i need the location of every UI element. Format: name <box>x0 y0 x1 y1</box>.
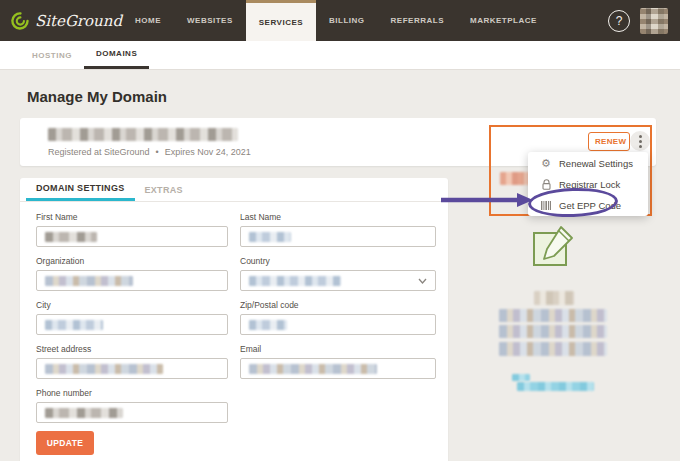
zip-input[interactable] <box>240 314 436 335</box>
annotation-arrow <box>441 191 533 209</box>
field-zip: Zip/Postal code <box>240 300 436 335</box>
redacted-value <box>249 320 287 330</box>
phone-number-input[interactable] <box>36 402 228 423</box>
secondary-navigation: HOSTING DOMAINS <box>0 41 680 70</box>
field-street-address: Street address <box>36 344 228 379</box>
top-navigation: SiteGround HOME WEBSITES SERVICES BILLIN… <box>0 0 680 41</box>
menu-item-registrar-lock[interactable]: Registrar Lock <box>528 174 648 195</box>
tab-extras[interactable]: EXTRAS <box>135 178 193 201</box>
menu-item-renewal-settings[interactable]: ⚙ Renewal Settings <box>528 153 648 174</box>
domain-settings-card: DOMAIN SETTINGS EXTRAS First Name Last N… <box>20 178 448 461</box>
meta-separator: • <box>156 147 159 157</box>
lock-icon <box>540 179 552 190</box>
city-input[interactable] <box>36 314 228 335</box>
field-label: Zip/Postal code <box>240 300 436 310</box>
redacted-value <box>45 364 163 374</box>
siteground-logo[interactable]: SiteGround <box>0 0 122 41</box>
tab-hosting[interactable]: HOSTING <box>20 41 84 69</box>
redacted-text <box>534 291 574 305</box>
gear-icon: ⚙ <box>540 158 552 169</box>
chevron-down-icon <box>418 278 427 284</box>
form-tabs: DOMAIN SETTINGS EXTRAS <box>26 178 193 201</box>
update-button[interactable]: UPDATE <box>36 431 94 455</box>
field-label: First Name <box>36 212 228 222</box>
redacted-value <box>45 276 133 286</box>
redacted-link <box>517 382 594 391</box>
barcode-icon <box>540 201 552 210</box>
redacted-text <box>499 342 607 356</box>
expires-text: Expires Nov 24, 2021 <box>165 147 251 157</box>
nav-item-referrals[interactable]: REFERRALS <box>378 0 457 41</box>
nav-item-home[interactable]: HOME <box>122 0 174 41</box>
field-label: Last Name <box>240 212 436 222</box>
nav-item-websites[interactable]: WEBSITES <box>174 0 246 41</box>
redacted-text <box>499 325 607 338</box>
field-label: Street address <box>36 344 228 354</box>
menu-item-label: Get EPP Code <box>559 200 621 211</box>
field-label: City <box>36 300 228 310</box>
tab-domains[interactable]: DOMAINS <box>84 41 149 69</box>
redacted-value <box>249 364 377 374</box>
field-last-name: Last Name <box>240 212 436 247</box>
field-label: Phone number <box>36 388 228 398</box>
redacted-value <box>45 320 103 330</box>
field-organization: Organization <box>36 256 228 291</box>
menu-item-get-epp-code[interactable]: Get EPP Code <box>528 195 648 216</box>
siteground-app: SiteGround HOME WEBSITES SERVICES BILLIN… <box>0 0 680 461</box>
field-city: City <box>36 300 228 335</box>
field-label: Organization <box>36 256 228 266</box>
field-label: Country <box>240 256 436 266</box>
nav-item-billing[interactable]: BILLING <box>316 0 378 41</box>
last-name-input[interactable] <box>240 226 436 247</box>
street-address-input[interactable] <box>36 358 228 379</box>
redacted-value <box>249 232 291 242</box>
registered-at-text: Registered at SiteGround <box>48 147 150 157</box>
help-icon[interactable]: ? <box>608 10 630 32</box>
tab-domain-settings[interactable]: DOMAIN SETTINGS <box>26 178 135 201</box>
first-name-input[interactable] <box>36 226 228 247</box>
domain-meta: Registered at SiteGround • Expires Nov 2… <box>48 147 251 157</box>
note-pencil-icon <box>532 225 576 268</box>
top-nav-items: HOME WEBSITES SERVICES BILLING REFERRALS… <box>122 0 550 41</box>
menu-item-label: Renewal Settings <box>559 158 633 169</box>
redacted-domain-name <box>48 128 238 141</box>
siteground-spiral-icon <box>10 11 30 31</box>
field-first-name: First Name <box>36 212 228 247</box>
redacted-value <box>45 408 123 418</box>
redacted-value <box>249 276 341 286</box>
domain-actions-dropdown: ⚙ Renewal Settings Registrar Lock Get EP… <box>528 152 648 216</box>
renew-button[interactable]: RENEW <box>588 132 630 151</box>
redacted-link <box>512 374 530 381</box>
field-email: Email <box>240 344 436 379</box>
page-title: Manage My Domain <box>27 88 167 105</box>
field-country: Country <box>240 256 436 291</box>
email-input[interactable] <box>240 358 436 379</box>
avatar[interactable] <box>640 8 668 34</box>
nav-item-marketplace[interactable]: MARKETPLACE <box>457 0 550 41</box>
brand-name: SiteGround <box>35 12 122 30</box>
redacted-text <box>499 309 607 322</box>
top-right-controls: ? <box>608 0 668 41</box>
nav-item-services[interactable]: SERVICES <box>246 0 316 41</box>
field-label: Email <box>240 344 436 354</box>
organization-input[interactable] <box>36 270 228 291</box>
menu-item-label: Registrar Lock <box>559 179 620 190</box>
field-phone-number: Phone number <box>36 388 228 423</box>
redacted-value <box>45 232 97 242</box>
divider <box>20 201 448 202</box>
country-select[interactable] <box>240 270 436 291</box>
kebab-menu-icon[interactable] <box>630 131 650 151</box>
